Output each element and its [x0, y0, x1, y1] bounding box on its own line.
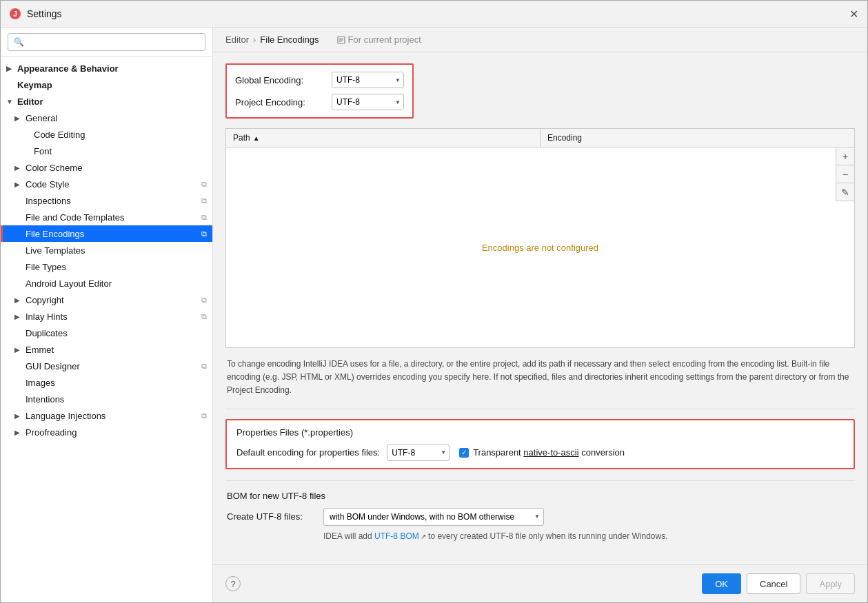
sidebar-label-inspections: Inspections [26, 196, 199, 206]
sidebar-arrow-color-scheme: ▶ [14, 164, 23, 172]
sidebar-item-copyright[interactable]: ▶Copyright⧉ [1, 292, 212, 308]
global-encoding-select-wrapper: UTF-8 UTF-16 ISO-8859-1 US-ASCII windows… [332, 72, 404, 88]
sidebar-arrow-language-injections: ▶ [14, 412, 23, 420]
sidebar-item-emmet[interactable]: ▶Emmet [1, 341, 212, 358]
apply-button[interactable]: Apply [806, 573, 855, 594]
copy-icon-gui-designer: ⧉ [201, 362, 207, 371]
sidebar-arrow-proofreading: ▶ [14, 429, 23, 436]
cancel-button[interactable]: Cancel [747, 573, 800, 594]
sidebar-item-file-types[interactable]: File Types [1, 258, 212, 275]
project-encoding-select-wrapper: UTF-8 UTF-16 ISO-8859-1 US-ASCII windows… [332, 94, 404, 110]
native-ascii-link[interactable]: native-to-ascii [523, 447, 578, 458]
search-box [1, 28, 212, 57]
sidebar-item-appearance[interactable]: ▶Appearance & Behavior [1, 60, 212, 76]
sidebar-item-font[interactable]: Font [1, 143, 212, 159]
copy-icon-inlay-hints: ⧉ [201, 312, 207, 321]
bom-title: BOM for new UTF-8 files [227, 491, 854, 501]
copy-icon-copyright: ⧉ [201, 296, 207, 305]
sidebar-item-intentions[interactable]: Intentions [1, 391, 212, 407]
table-body: Encodings are not configured + − ✎ [226, 147, 854, 347]
project-encoding-select[interactable]: UTF-8 UTF-16 ISO-8859-1 US-ASCII windows… [332, 94, 404, 110]
sidebar-item-code-editing[interactable]: Code Editing [1, 126, 212, 143]
sidebar-item-code-style[interactable]: ▶Code Style⧉ [1, 176, 212, 192]
sidebar-label-file-code-templates: File and Code Templates [26, 212, 199, 223]
table-header: Path ▲ Encoding [226, 129, 854, 147]
title-bar-left: J Settings [9, 8, 62, 20]
main-content: Global Encoding: UTF-8 UTF-16 ISO-8859-1… [213, 52, 867, 564]
search-input[interactable] [8, 33, 205, 51]
bom-select[interactable]: with BOM under Windows, with no BOM othe… [323, 508, 544, 526]
table-actions: + − ✎ [836, 147, 854, 201]
sidebar-label-inlay-hints: Inlay Hints [26, 311, 199, 322]
encoding-box: Global Encoding: UTF-8 UTF-16 ISO-8859-1… [225, 63, 414, 119]
breadcrumb-project-link[interactable]: For current project [337, 34, 421, 45]
properties-encoding-select[interactable]: UTF-8 UTF-16 ISO-8859-1 [387, 444, 450, 461]
help-button[interactable]: ? [225, 576, 241, 591]
sidebar-label-code-style: Code Style [26, 179, 199, 190]
sidebar-arrow-general: ▶ [14, 114, 23, 122]
transparent-checkbox[interactable] [459, 448, 469, 458]
table-col-path[interactable]: Path ▲ [226, 129, 541, 147]
sidebar-item-language-injections[interactable]: ▶Language Injections⧉ [1, 407, 212, 424]
properties-title: Properties Files (*.properties) [236, 427, 844, 438]
sidebar-item-keymap[interactable]: Keymap [1, 76, 212, 93]
bom-section: BOM for new UTF-8 files Create UTF-8 fil… [225, 491, 855, 541]
sidebar-label-keymap: Keymap [17, 80, 207, 90]
sidebar-item-color-scheme[interactable]: ▶Color Scheme [1, 159, 212, 176]
sidebar-item-live-templates[interactable]: Live Templates [1, 242, 212, 258]
info-text: To change encoding IntelliJ IDEA uses fo… [225, 358, 855, 398]
bom-hint-suffix: to every created UTF-8 file only when it… [426, 531, 668, 541]
bom-hint-link[interactable]: UTF-8 BOM [374, 531, 419, 541]
sidebar-item-images[interactable]: Images [1, 374, 212, 391]
breadcrumb-parent[interactable]: Editor [225, 34, 249, 45]
separator-1 [225, 409, 855, 409]
sidebar-item-inlay-hints[interactable]: ▶Inlay Hints⧉ [1, 308, 212, 325]
sidebar-label-android-layout-editor: Android Layout Editor [26, 278, 207, 289]
sidebar-label-file-types: File Types [26, 262, 207, 272]
table-col-encoding[interactable]: Encoding [541, 129, 854, 147]
bom-hint-icon: ↗ [421, 533, 426, 540]
transparent-label: Transparent native-to-ascii conversion [473, 447, 625, 458]
add-encoding-button[interactable]: + [836, 147, 854, 165]
sidebar-label-general: General [26, 113, 207, 123]
sidebar-item-editor[interactable]: ▼Editor [1, 93, 212, 110]
sidebar-label-code-editing: Code Editing [34, 130, 207, 140]
copy-icon-file-encodings: ⧉ [201, 229, 207, 238]
transparent-checkbox-row: Transparent native-to-ascii conversion [459, 447, 625, 458]
sidebar-item-proofreading[interactable]: ▶Proofreading [1, 424, 212, 440]
sidebar-label-duplicates: Duplicates [26, 328, 207, 338]
properties-encoding-label: Default encoding for properties files: [236, 447, 380, 458]
sidebar-item-android-layout-editor[interactable]: Android Layout Editor [1, 275, 212, 292]
sidebar-label-editor: Editor [17, 96, 207, 107]
close-button[interactable]: ✕ [848, 8, 859, 19]
content-area: ▶Appearance & BehaviorKeymap▼Editor▶Gene… [1, 28, 867, 602]
properties-box: Properties Files (*.properties) Default … [225, 419, 855, 469]
bom-hint: IDEA will add UTF-8 BOM↗ to every create… [227, 531, 854, 541]
breadcrumb-separator: › [253, 34, 256, 45]
global-encoding-label: Global Encoding: [235, 75, 325, 85]
sidebar: ▶Appearance & BehaviorKeymap▼Editor▶Gene… [1, 28, 213, 602]
sidebar-label-font: Font [34, 146, 207, 156]
sidebar-label-gui-designer: GUI Designer [26, 361, 199, 371]
global-encoding-select[interactable]: UTF-8 UTF-16 ISO-8859-1 US-ASCII windows… [332, 72, 404, 88]
sidebar-label-file-encodings: File Encodings [26, 229, 199, 239]
settings-window: J Settings ✕ ▶Appearance & BehaviorKeyma… [0, 0, 868, 603]
sidebar-label-images: Images [26, 378, 207, 388]
copy-icon-language-injections: ⧉ [201, 411, 207, 420]
transparent-label-suffix: conversion [579, 447, 625, 458]
sidebar-item-file-code-templates[interactable]: File and Code Templates⧉ [1, 209, 212, 225]
edit-encoding-button[interactable]: ✎ [836, 183, 854, 201]
sidebar-label-color-scheme: Color Scheme [26, 163, 207, 173]
sidebar-item-inspections[interactable]: Inspections⧉ [1, 192, 212, 209]
sidebar-arrow-editor: ▼ [6, 98, 14, 105]
app-icon: J [9, 8, 21, 20]
sidebar-item-duplicates[interactable]: Duplicates [1, 325, 212, 341]
separator-2 [225, 480, 855, 481]
sidebar-item-file-encodings[interactable]: File Encodings⧉ [1, 225, 212, 242]
sidebar-item-general[interactable]: ▶General [1, 110, 212, 126]
main-panel: Editor › File Encodings For current proj… [213, 28, 867, 602]
sidebar-item-gui-designer[interactable]: GUI Designer⧉ [1, 358, 212, 374]
ok-button[interactable]: OK [702, 573, 741, 594]
project-encoding-row: Project Encoding: UTF-8 UTF-16 ISO-8859-… [235, 94, 404, 110]
remove-encoding-button[interactable]: − [836, 165, 854, 183]
